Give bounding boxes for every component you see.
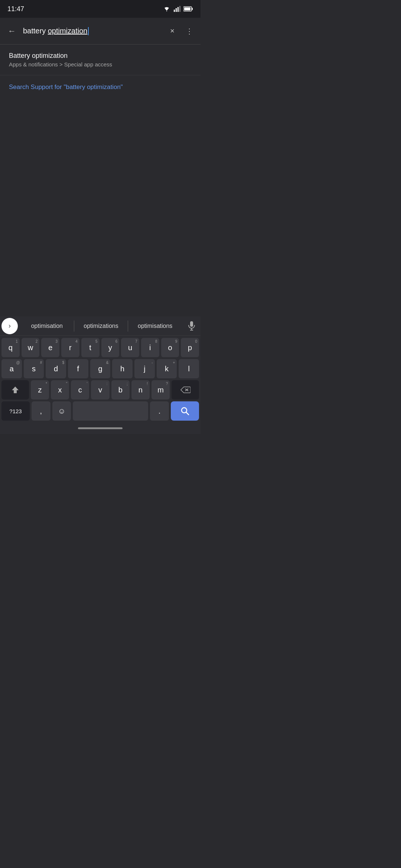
expand-arrow-icon: › (9, 322, 11, 330)
search-input-container[interactable]: battery optimization (23, 27, 162, 36)
key-s[interactable]: #s (24, 359, 44, 378)
key-f[interactable]: f (68, 359, 88, 378)
home-indicator-bar (0, 422, 200, 434)
key-g[interactable]: &g (90, 359, 111, 378)
key-e[interactable]: 3e (41, 338, 59, 357)
key-p[interactable]: 0p (181, 338, 199, 357)
mic-icon (188, 321, 196, 331)
key-u[interactable]: 7u (121, 338, 139, 357)
back-arrow-icon: ← (8, 26, 16, 36)
search-bar: ← battery optimization × ⋮ (0, 18, 200, 45)
search-icon (180, 407, 189, 415)
key-b[interactable]: ;b (111, 380, 130, 400)
suggestion-bar: › optimisation optimizations optimisatio… (0, 316, 200, 336)
key-a[interactable]: @a (1, 359, 22, 378)
shift-icon (11, 386, 19, 394)
svg-rect-2 (177, 7, 179, 12)
key-q[interactable]: 1q (1, 338, 20, 357)
backspace-icon (180, 386, 190, 394)
key-z[interactable]: *z (31, 380, 49, 400)
key-m[interactable]: ?m (151, 380, 170, 400)
expand-suggestions-button[interactable]: › (1, 318, 18, 334)
key-w[interactable]: 2w (22, 338, 40, 357)
home-indicator (78, 427, 123, 429)
keyboard-row-2: @a #s $d f &g h -j +k l (1, 359, 199, 378)
svg-rect-3 (179, 6, 180, 12)
key-k[interactable]: +k (157, 359, 177, 378)
key-j[interactable]: -j (134, 359, 155, 378)
search-key[interactable] (171, 401, 199, 421)
svg-rect-1 (176, 8, 177, 12)
svg-rect-6 (184, 7, 190, 10)
keyboard: 1q 2w 3e 4r 5t 6y 7u 8i 9o 0p @a #s $d f… (0, 336, 200, 422)
svg-rect-7 (190, 321, 193, 327)
search-query-underline: optimization (48, 27, 88, 35)
search-support-link[interactable]: Search Support for "battery optimization… (0, 75, 200, 99)
suggestions-list: optimisation optimizations optimisations (20, 320, 182, 332)
key-n[interactable]: !n (131, 380, 150, 400)
suggestion-1[interactable]: optimisation (20, 320, 74, 332)
keyboard-row-1: 1q 2w 3e 4r 5t 6y 7u 8i 9o 0p (1, 338, 199, 357)
more-options-button[interactable]: ⋮ (183, 24, 196, 38)
keyboard-area: › optimisation optimizations optimisatio… (0, 316, 200, 434)
wifi-icon (163, 6, 171, 12)
result-subtitle: Apps & notifications > Special app acces… (9, 61, 192, 68)
space-key[interactable] (73, 401, 148, 421)
key-v[interactable]: :v (91, 380, 109, 400)
key-c[interactable]: 'c (71, 380, 89, 400)
symbols-key[interactable]: ?123 (1, 401, 30, 421)
search-query: battery optimization (23, 27, 89, 36)
search-cursor (88, 27, 89, 35)
signal-icon (174, 6, 180, 12)
key-t[interactable]: 5t (81, 338, 100, 357)
status-bar: 11:47 (0, 0, 200, 18)
suggestion-2[interactable]: optimizations (74, 320, 128, 332)
key-x[interactable]: "x (51, 380, 69, 400)
search-query-plain: battery (23, 27, 48, 35)
more-options-icon: ⋮ (186, 27, 193, 36)
result-title: Battery optimization (9, 52, 192, 60)
suggestion-3[interactable]: optimisations (128, 320, 182, 332)
back-button[interactable]: ← (4, 24, 19, 39)
battery-icon (183, 6, 193, 11)
mic-button[interactable] (184, 319, 199, 333)
svg-rect-5 (192, 8, 193, 10)
shift-key[interactable] (1, 380, 29, 400)
period-key[interactable]: . (150, 401, 169, 421)
clear-icon: × (170, 27, 175, 35)
key-l[interactable]: l (179, 359, 199, 378)
svg-line-14 (186, 412, 189, 415)
svg-marker-10 (12, 387, 19, 393)
status-icons (163, 6, 193, 12)
backspace-key[interactable] (172, 380, 199, 400)
comma-key[interactable]: , (32, 401, 50, 421)
keyboard-row-3: *z "x 'c :v ;b !n ?m (1, 380, 199, 400)
key-o[interactable]: 9o (161, 338, 179, 357)
key-h[interactable]: h (112, 359, 133, 378)
keyboard-row-4: ?123 , ☺ . (1, 401, 199, 421)
key-y[interactable]: 6y (101, 338, 120, 357)
status-time: 11:47 (7, 5, 24, 13)
svg-rect-0 (174, 10, 175, 12)
result-item-battery-optimization[interactable]: Battery optimization Apps & notification… (0, 45, 200, 75)
key-r[interactable]: 4r (61, 338, 79, 357)
key-d[interactable]: $d (46, 359, 66, 378)
key-i[interactable]: 8i (141, 338, 159, 357)
emoji-key[interactable]: ☺ (52, 401, 71, 421)
clear-button[interactable]: × (166, 24, 179, 38)
